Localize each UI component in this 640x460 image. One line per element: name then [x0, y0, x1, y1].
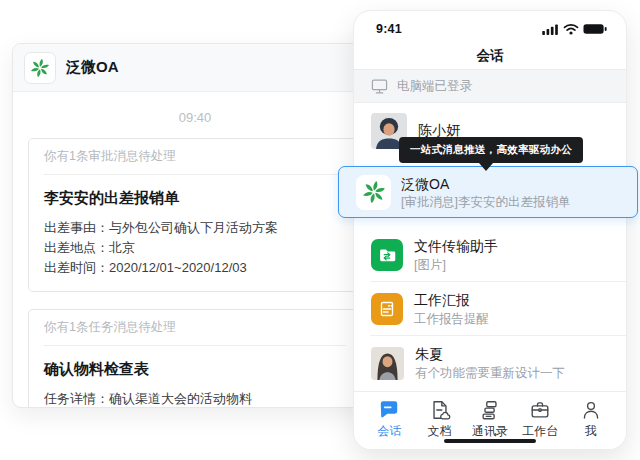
conversation-preview: 有个功能需要重新设计一下 — [415, 366, 565, 380]
conversation-name: 泛微OA — [401, 176, 570, 192]
conversation-name: 文件传输助手 — [414, 238, 498, 254]
promo-tooltip: 一站式消息推送，高效率驱动办公 — [399, 137, 583, 163]
tab-label: 工作台 — [522, 425, 558, 438]
chat-window-header: 泛微OA — [13, 44, 377, 92]
status-time: 9:41 — [376, 22, 402, 36]
card-divider — [44, 174, 346, 175]
tab-label: 会话 — [377, 425, 401, 438]
contacts-icon — [479, 399, 501, 421]
battery-icon — [583, 23, 607, 35]
conversation-row-work-report[interactable]: 工作汇报 工作报告提醒 — [354, 282, 626, 336]
tab-documents[interactable]: 文档 — [418, 399, 462, 438]
tab-label: 文档 — [428, 425, 452, 438]
conversation-row-fanwei-oa-highlighted[interactable]: 泛微OA [审批消息]李安安的出差报销单 — [338, 166, 638, 218]
message-timestamp: 09:40 — [13, 110, 377, 125]
status-bar: 9:41 — [354, 11, 626, 43]
fanwei-oa-logo — [356, 175, 391, 210]
chat-title: 泛微OA — [66, 58, 119, 77]
detail-line: 任务详情：确认渠道大会的活动物料 — [44, 389, 346, 408]
page-title: 会话 — [354, 43, 626, 69]
pc-logged-in-banner[interactable]: 电脑端已登录 — [354, 69, 626, 103]
conversation-name: 陈小妍 — [418, 122, 460, 138]
approval-message-card[interactable]: 你有1条审批消息待处理 李安安的出差报销单 出差事由：与外包公司确认下月活动方案… — [28, 138, 362, 292]
photo-avatar — [371, 347, 404, 380]
pinwheel-logo-icon — [362, 180, 386, 204]
tab-me[interactable]: 我 — [569, 399, 613, 438]
card-notice: 你有1条任务消息待处理 — [29, 310, 361, 335]
detail-line: 出差事由：与外包公司确认下月活动方案 — [44, 218, 346, 238]
pinwheel-logo-icon — [30, 58, 50, 78]
file-transfer-icon — [371, 239, 403, 271]
person-icon — [580, 399, 602, 421]
detail-line: 出差地点：北京 — [44, 238, 346, 258]
conversation-row-zhuxia[interactable]: 朱夏 有个功能需要重新设计一下 — [354, 336, 626, 390]
conversation-preview: [图片] — [414, 258, 498, 272]
oa-chat-window: 泛微OA 09:40 你有1条审批消息待处理 李安安的出差报销单 出差事由：与外… — [12, 43, 378, 408]
card-title: 确认物料检查表 — [44, 359, 346, 378]
tab-workbench[interactable]: 工作台 — [518, 399, 562, 438]
tab-contacts[interactable]: 通讯录 — [468, 399, 512, 438]
pc-banner-text: 电脑端已登录 — [397, 78, 472, 95]
avatar-zhuxia — [371, 347, 404, 380]
tab-label: 通讯录 — [472, 425, 508, 438]
briefcase-icon — [529, 399, 551, 421]
chat-bubble-icon — [378, 399, 400, 421]
conversation-name: 工作汇报 — [414, 292, 489, 308]
fanwei-oa-logo — [24, 52, 56, 84]
conversation-preview: 工作报告提醒 — [414, 312, 489, 326]
card-title: 李安安的出差报销单 — [44, 188, 346, 207]
detail-line: 出差时间：2020/12/01~2020/12/03 — [44, 258, 346, 278]
card-divider — [44, 345, 346, 346]
work-report-icon — [371, 293, 403, 325]
conversation-row-file-helper[interactable]: 文件传输助手 [图片] — [354, 228, 626, 282]
wifi-icon — [563, 23, 579, 35]
conversation-preview: [审批消息]李安安的出差报销单 — [401, 195, 570, 209]
status-icons — [542, 23, 607, 35]
card-details: 出差事由：与外包公司确认下月活动方案 出差地点：北京 出差时间：2020/12/… — [44, 218, 346, 278]
monitor-icon — [371, 79, 388, 94]
document-icon — [429, 399, 451, 421]
home-indicator[interactable] — [444, 439, 536, 444]
task-message-card[interactable]: 你有1条任务消息待处理 确认物料检查表 任务详情：确认渠道大会的活动物料 — [28, 309, 362, 408]
card-notice: 你有1条审批消息待处理 — [29, 139, 361, 164]
card-details: 任务详情：确认渠道大会的活动物料 — [44, 389, 346, 408]
tab-conversations[interactable]: 会话 — [367, 399, 411, 438]
tab-label: 我 — [585, 425, 597, 438]
conversation-name: 朱夏 — [415, 346, 565, 362]
phone-panel: 9:41 会话 — [353, 10, 627, 450]
cellular-signal-icon — [542, 24, 559, 35]
